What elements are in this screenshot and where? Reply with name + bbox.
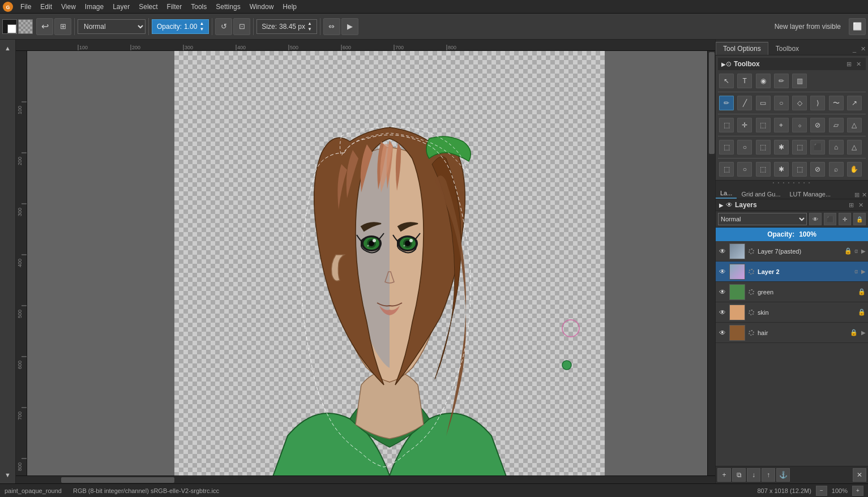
zoom-in-btn[interactable]: + [852, 486, 863, 496]
menu-image[interactable]: Image [80, 2, 108, 12]
layer-more-2[interactable]: ▶ [861, 268, 866, 275]
tool-triangle[interactable]: △ [847, 118, 862, 132]
layer-visibility-2[interactable]: 👁 [718, 267, 727, 276]
tool-flip[interactable]: △ [847, 140, 862, 155]
menu-tools[interactable]: Tools [186, 2, 211, 12]
menu-file[interactable]: File [16, 2, 36, 12]
tool-text[interactable]: T [737, 74, 752, 88]
opacity-arrows[interactable]: ▲ ▼ [199, 21, 204, 32]
size-value[interactable]: 38.45 px [279, 23, 305, 31]
layer-visibility-green[interactable]: 👁 [718, 288, 727, 297]
zoom-out-btn[interactable]: − [816, 486, 827, 496]
tool-sel-ellipse3[interactable]: ○ [737, 162, 752, 177]
menu-select[interactable]: Select [134, 2, 162, 12]
size-arrows[interactable]: ▲ ▼ [307, 21, 312, 32]
layer-item-hair[interactable]: 👁 hair 🔒 ▶ [716, 323, 868, 343]
tool-reset-btn[interactable]: ↩ [36, 18, 53, 35]
toolbox-expand-btn[interactable]: ⊞ [845, 61, 853, 68]
layers-blend-mode[interactable]: Normal [718, 213, 807, 225]
layers-panel-expand[interactable]: ⊞ [853, 191, 861, 199]
tool-free-select[interactable]: ◇ [792, 96, 807, 110]
lock-pixels-btn[interactable]: ⬛ [824, 213, 836, 225]
tool-fuzzy2[interactable]: ✱ [774, 162, 789, 177]
tool-bezier[interactable]: ⟩ [810, 96, 825, 110]
scrollbar-thumb-v[interactable] [709, 52, 715, 154]
tool-free-sel2[interactable]: ⬚ [756, 140, 771, 155]
opacity-value-layers[interactable]: 100% [799, 230, 816, 238]
tool-ellipse-sel2[interactable]: ○ [737, 140, 752, 155]
tool-color-picker[interactable]: ◉ [756, 74, 771, 88]
tool-paintbrush[interactable]: ✏ [719, 96, 734, 110]
vertical-scrollbar[interactable] [707, 51, 715, 475]
canvas-viewport[interactable] [27, 51, 715, 475]
tool-heal[interactable]: ⊘ [810, 118, 825, 132]
layer-visibility-skin[interactable]: 👁 [718, 308, 727, 317]
menu-edit[interactable]: Edit [36, 2, 57, 12]
layer-visibility-hair[interactable]: 👁 [718, 328, 727, 337]
pattern-swatch[interactable] [18, 19, 33, 34]
tool-grid-btn[interactable]: ⊞ [54, 18, 71, 35]
tool-pattern-fill[interactable]: ▥ [792, 74, 807, 88]
menu-filter[interactable]: Filter [163, 2, 187, 12]
toolbox-close-btn[interactable]: ✕ [855, 61, 862, 68]
lock-position-btn[interactable]: ✛ [839, 213, 851, 225]
opacity-row[interactable]: Opacity: 100% [716, 228, 868, 241]
tool-move[interactable]: ✛ [737, 118, 752, 132]
flip-h-btn[interactable]: ⇔ [323, 18, 340, 35]
tool-scissors[interactable]: ✱ [774, 140, 789, 155]
scrollbar-thumb-h[interactable] [61, 477, 174, 483]
layer-item-7[interactable]: 👁 Layer 7(pasted) 🔒 α ▶ [716, 241, 868, 262]
flip-v-btn[interactable]: ▶ [341, 18, 358, 35]
scroll-up-btn[interactable]: ▲ [2, 42, 14, 54]
tool-rect-select[interactable]: ▭ [756, 96, 771, 110]
foreground-color[interactable] [2, 19, 17, 34]
tab-layers[interactable]: La... [716, 188, 737, 199]
layers-close-btn[interactable]: ✕ [857, 202, 865, 209]
opacity-value[interactable]: 1.00 [184, 23, 197, 31]
menu-settings[interactable]: Settings [211, 2, 245, 12]
menu-layer[interactable]: Layer [108, 2, 134, 12]
tool-smudge[interactable]: ⊘ [810, 162, 825, 177]
tool-sel-rect3[interactable]: ⬚ [719, 162, 734, 177]
tool-sel-free3[interactable]: ⬚ [756, 162, 771, 177]
tool-magnify[interactable]: ✏ [774, 74, 789, 88]
tool-measure[interactable]: ⌖ [774, 118, 789, 132]
tool-crop[interactable]: ⬚ [719, 118, 734, 132]
tab-tool-options[interactable]: Tool Options [716, 42, 768, 55]
menu-help[interactable]: Help [278, 2, 301, 12]
lock-all-btn[interactable]: 🔒 [853, 213, 866, 225]
layer-more-hair[interactable]: ▶ [861, 329, 866, 336]
toolbox-collapse-icon[interactable]: ▶ [721, 61, 726, 67]
tool-ellipse-select[interactable]: ○ [774, 96, 789, 110]
blend-mode-select[interactable]: Normal Dissolve Multiply Screen [78, 19, 146, 34]
anchor-layer-btn[interactable]: ⚓ [776, 468, 790, 482]
tool-fuzzy-sel[interactable]: ⬚ [792, 140, 807, 155]
layer-item-skin[interactable]: 👁 skin 🔒 [716, 302, 868, 323]
tool-perspective[interactable]: ▱ [829, 118, 844, 132]
layers-collapse-icon[interactable]: ▶ [719, 202, 724, 208]
layers-expand-btn[interactable]: ⊞ [848, 202, 855, 209]
add-layer-btn[interactable]: + [717, 468, 731, 482]
tab-lut[interactable]: LUT Manage... [785, 190, 836, 199]
lower-layer-btn[interactable]: ↓ [747, 468, 760, 482]
layer-visibility-7[interactable]: 👁 [718, 247, 727, 256]
layer-lock-7[interactable]: 🔒 [844, 247, 852, 255]
tool-pencil[interactable]: ╱ [737, 96, 752, 110]
tool-rect-sel2[interactable]: ⬚ [719, 140, 734, 155]
tool-align[interactable]: ⬚ [756, 118, 771, 132]
layer-more-7[interactable]: ▶ [861, 248, 866, 254]
tool-zoom[interactable]: ⌕ [829, 162, 844, 177]
tool-hand[interactable]: ✋ [847, 162, 862, 177]
layer-lock-green[interactable]: 🔒 [858, 288, 866, 295]
tool-warp[interactable]: ⬦ [792, 118, 807, 132]
tool-clone[interactable]: ⬛ [810, 140, 825, 155]
scroll-down-btn[interactable]: ▼ [2, 469, 14, 481]
menu-view[interactable]: View [57, 2, 80, 12]
menu-window[interactable]: Window [245, 2, 279, 12]
layer-item-green[interactable]: 👁 green 🔒 [716, 282, 868, 302]
horizontal-scrollbar[interactable] [16, 475, 715, 483]
copy-layer-btn[interactable]: ⧉ [732, 468, 746, 482]
tool-path[interactable]: ↗ [847, 96, 862, 110]
tab-toolbox[interactable]: Toolbox [768, 42, 806, 55]
tool-arrow[interactable]: ↖ [719, 74, 734, 88]
